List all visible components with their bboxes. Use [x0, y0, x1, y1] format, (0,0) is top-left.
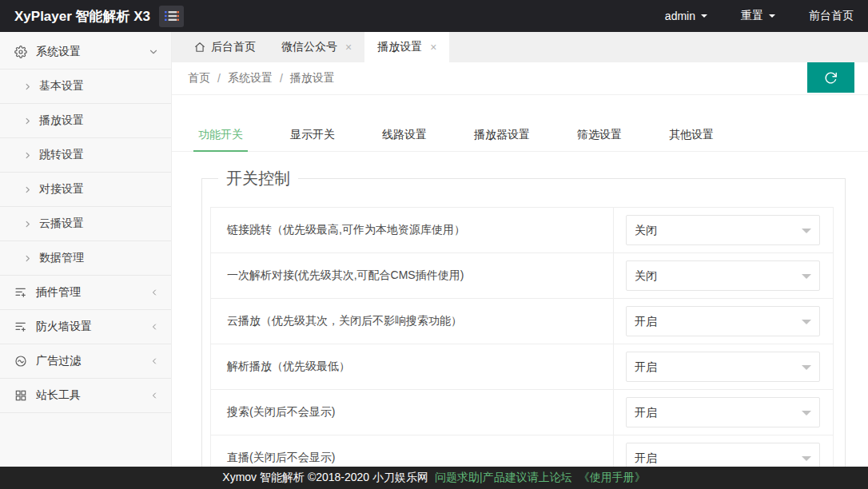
tab-display-switch[interactable]: 显示开关	[285, 119, 340, 151]
breadcrumb-separator: /	[280, 72, 283, 85]
chevron-left-icon	[149, 356, 159, 366]
gear-icon	[14, 46, 27, 58]
cloud-play-select[interactable]: 开启	[626, 306, 820, 336]
breadcrumb-bar: 首页 / 系统设置 / 播放设置	[172, 62, 868, 95]
table-row: 搜索(关闭后不会显示) 开启	[211, 390, 833, 435]
list-plus-icon	[14, 320, 27, 333]
copyright-text: Xymov 智能解析 ©2018-2020 小刀娱乐网	[222, 471, 428, 485]
chevron-right-icon	[23, 151, 32, 160]
tab-wechat-official[interactable]: 微信公众号 ×	[269, 32, 364, 62]
row-label: 解析播放（优先级最低）	[211, 344, 614, 389]
parse-play-select[interactable]: 开启	[626, 352, 820, 382]
sidebar-item-firewall-settings[interactable]: 防火墙设置	[0, 310, 171, 344]
sidebar-item-plugin-management[interactable]: 插件管理	[0, 276, 171, 310]
row-label: 链接跳转（优先级最高,可作为本地资源库使用）	[211, 208, 614, 252]
breadcrumb-home[interactable]: 首页	[188, 71, 210, 85]
select-arrow-icon	[802, 229, 811, 238]
open-tabs-bar: 后台首页 微信公众号 × 播放设置 ×	[172, 32, 868, 62]
list-plus-icon	[14, 286, 27, 299]
tab-admin-home[interactable]: 后台首页	[181, 32, 269, 62]
breadcrumb-separator: /	[217, 72, 221, 85]
page-footer: Xymov 智能解析 ©2018-2020 小刀娱乐网 问题求助|产品建议请上论…	[0, 467, 868, 489]
caret-down-icon	[769, 14, 775, 21]
chevron-right-icon	[23, 185, 32, 194]
sidebar-item-system-settings[interactable]: 系统设置	[0, 35, 171, 70]
table-row: 链接跳转（优先级最高,可作为本地资源库使用） 关闭	[211, 208, 833, 253]
user-name: admin	[665, 10, 695, 22]
breadcrumb-play-settings: 播放设置	[290, 71, 335, 85]
switch-control-fieldset: 开关控制 链接跳转（优先级最高,可作为本地资源库使用） 关闭 一次解析对接(优先…	[201, 168, 846, 467]
search-select[interactable]: 开启	[626, 397, 820, 427]
sidebar-nav: 系统设置 基本设置 播放设置 跳转设置 对接设置 云播设置 数据管理 插件管理	[0, 32, 172, 467]
chevron-right-icon	[23, 82, 32, 91]
live-select[interactable]: 开启	[626, 443, 820, 467]
refresh-icon	[824, 71, 838, 85]
row-label: 一次解析对接(优先级其次,可配合CMS插件使用)	[211, 253, 614, 298]
sidebar-item-webmaster-tools[interactable]: 站长工具	[0, 379, 171, 413]
sidebar-subitem-data-management[interactable]: 数据管理	[0, 241, 171, 276]
table-row: 云播放（优先级其次，关闭后不影响搜索功能） 开启	[211, 299, 833, 344]
table-row: 一次解析对接(优先级其次,可配合CMS插件使用) 关闭	[211, 253, 833, 299]
sidebar-subitem-basic-settings[interactable]: 基本设置	[0, 70, 171, 104]
close-icon[interactable]: ×	[430, 41, 436, 54]
sidebar-subitem-jump-settings[interactable]: 跳转设置	[0, 138, 171, 173]
fieldset-title: 开关控制	[218, 168, 298, 189]
one-step-parse-select[interactable]: 关闭	[626, 260, 820, 291]
tab-other-settings[interactable]: 其他设置	[664, 119, 719, 151]
row-label: 搜索(关闭后不会显示)	[211, 390, 614, 435]
select-arrow-icon	[802, 320, 811, 329]
chevron-left-icon	[149, 322, 159, 332]
top-header: XyPlayer 智能解析 X3 admin 重置 前台首页	[0, 0, 868, 32]
tab-filter-settings[interactable]: 筛选设置	[572, 119, 627, 151]
reset-label: 重置	[741, 9, 763, 23]
select-arrow-icon	[802, 411, 811, 420]
close-icon[interactable]: ×	[345, 41, 352, 54]
settings-tabs: 功能开关 显示开关 线路设置 播放器设置 筛选设置 其他设置	[172, 119, 868, 152]
sidebar-subitem-docking-settings[interactable]: 对接设置	[0, 173, 171, 207]
link-jump-select[interactable]: 关闭	[626, 215, 820, 245]
select-arrow-icon	[802, 274, 811, 284]
sidebar-subitem-play-settings[interactable]: 播放设置	[0, 104, 171, 138]
help-forum-link[interactable]: 问题求助|产品建议请上论坛	[435, 471, 572, 485]
table-row: 解析播放（优先级最低） 开启	[211, 344, 833, 390]
tab-play-settings[interactable]: 播放设置 ×	[364, 32, 449, 62]
switch-table: 链接跳转（优先级最高,可作为本地资源库使用） 关闭 一次解析对接(优先级其次,可…	[210, 207, 834, 467]
table-row: 直播(关闭后不会显示) 开启	[211, 435, 833, 467]
main-area: 后台首页 微信公众号 × 播放设置 × 首页 / 系统设置 / 播放设置 功能开…	[172, 32, 868, 467]
caret-down-icon	[701, 14, 707, 21]
chevron-down-icon	[148, 46, 159, 58]
home-icon	[194, 42, 205, 53]
select-arrow-icon	[802, 456, 811, 466]
reset-dropdown[interactable]: 重置	[741, 9, 775, 23]
sidebar-item-label: 系统设置	[36, 45, 148, 59]
front-home-link[interactable]: 前台首页	[809, 9, 854, 23]
chevron-left-icon	[149, 288, 159, 297]
select-arrow-icon	[802, 365, 811, 375]
chevron-right-icon	[23, 117, 32, 125]
sidebar-subitem-cloud-play-settings[interactable]: 云播设置	[0, 207, 171, 241]
tab-line-settings[interactable]: 线路设置	[377, 119, 432, 151]
chevron-left-icon	[149, 391, 159, 400]
tab-player-settings[interactable]: 播放器设置	[469, 119, 535, 151]
user-dropdown[interactable]: admin	[665, 10, 707, 22]
header-menu: admin 重置 前台首页	[631, 9, 868, 23]
chevron-right-icon	[23, 220, 32, 229]
manual-link[interactable]: 《使用手册》	[579, 471, 646, 485]
refresh-button[interactable]	[807, 62, 854, 93]
row-label: 直播(关闭后不会显示)	[211, 435, 614, 467]
sidebar-item-ad-filter[interactable]: 广告过滤	[0, 344, 171, 379]
row-label: 云播放（优先级其次，关闭后不影响搜索功能）	[211, 299, 614, 344]
tab-function-switch[interactable]: 功能开关	[193, 119, 248, 151]
breadcrumb-system-settings[interactable]: 系统设置	[228, 71, 273, 85]
list-menu-icon	[165, 10, 179, 22]
app-logo: XyPlayer 智能解析 X3	[0, 7, 159, 26]
sidebar-toggle-button[interactable]	[159, 6, 184, 27]
circle-wave-icon	[14, 355, 27, 368]
grid-icon	[14, 389, 27, 402]
chevron-right-icon	[23, 254, 32, 263]
